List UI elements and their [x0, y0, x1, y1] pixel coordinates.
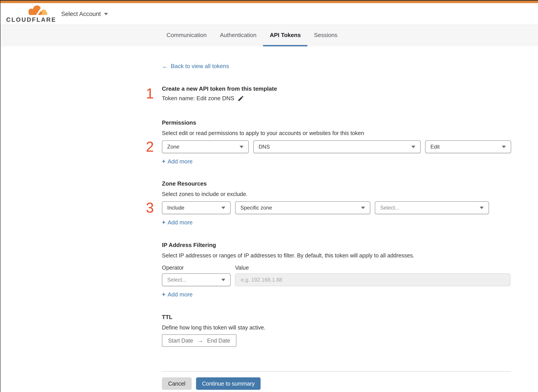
permission-access-select[interactable]: Edit	[425, 140, 511, 153]
tab-label: Sessions	[314, 32, 337, 39]
zone-resources-add-more-link[interactable]: + Add more	[162, 219, 193, 226]
tab-label: API Tokens	[270, 32, 301, 39]
continue-to-summary-button[interactable]: Continue to summary	[196, 377, 261, 390]
ip-filtering-section: IP Address Filtering Select IP addresses…	[162, 242, 511, 298]
select-placeholder: Select...	[167, 277, 187, 283]
tab-communication[interactable]: Communication	[160, 25, 213, 46]
start-date-label: Start Date	[168, 337, 193, 344]
step-number-2: 2	[146, 140, 154, 154]
window-left-edge	[0, 0, 0, 392]
tab-list: Communication Authentication API Tokens …	[160, 25, 344, 46]
chevron-down-icon	[239, 146, 243, 148]
add-more-label: Add more	[168, 219, 193, 226]
cloudflare-wordmark: CLOUDFLARE	[6, 16, 49, 23]
plus-icon: +	[162, 291, 165, 298]
step-number-1: 1	[146, 86, 154, 101]
back-to-tokens-link[interactable]: ← Back to view all tokens	[162, 63, 229, 70]
select-value: Specific zone	[240, 205, 272, 211]
ttl-date-range-picker[interactable]: Start Date → End Date	[162, 334, 236, 347]
app-header: CLOUDFLARE Select Account	[0, 3, 538, 25]
cancel-button[interactable]: Cancel	[162, 377, 192, 390]
zone-mode-select[interactable]: Include	[162, 201, 231, 214]
back-link-label: Back to view all tokens	[171, 63, 229, 70]
select-value: Include	[167, 205, 184, 211]
ttl-title: TTL	[162, 313, 511, 321]
end-date-label: End Date	[207, 337, 230, 344]
chevron-down-icon	[480, 207, 484, 209]
chevron-down-icon	[221, 207, 225, 209]
chevron-down-icon	[104, 13, 108, 15]
ttl-section: TTL Define how long this token will stay…	[162, 313, 511, 347]
token-template-section: 1 Create a new API token from this templ…	[162, 85, 511, 102]
chevron-down-icon	[411, 146, 415, 148]
permission-service-select[interactable]: DNS	[253, 140, 421, 153]
permission-scope-select[interactable]: Zone	[162, 140, 249, 153]
tab-sessions[interactable]: Sessions	[307, 25, 344, 46]
ip-value-input[interactable]	[235, 273, 510, 286]
main-content: ← Back to view all tokens 1 Create a new…	[0, 46, 538, 390]
zone-picker-select[interactable]: Select...	[375, 201, 489, 214]
tab-api-tokens[interactable]: API Tokens	[263, 25, 307, 46]
edit-pencil-icon[interactable]	[238, 95, 244, 102]
chevron-down-icon	[221, 279, 225, 281]
add-more-label: Add more	[168, 158, 193, 165]
ip-filtering-description: Select IP addresses or ranges of IP addr…	[162, 252, 511, 259]
cloudflare-logo[interactable]: CLOUDFLARE	[6, 5, 49, 23]
tab-bar: Communication Authentication API Tokens …	[0, 25, 538, 46]
cloudflare-cloud-icon	[24, 5, 49, 16]
window-top-edge	[0, 0, 538, 1]
ttl-description: Define how long this token will stay act…	[162, 324, 511, 331]
select-placeholder: Select...	[380, 205, 399, 211]
account-selector-label: Select Account	[61, 11, 101, 18]
step-number-3: 3	[146, 201, 154, 215]
token-name-text: Token name: Edit zone DNS	[162, 95, 234, 102]
add-more-label: Add more	[168, 291, 193, 298]
value-label: Value	[235, 265, 249, 271]
tab-authentication[interactable]: Authentication	[213, 25, 263, 46]
plus-icon: +	[162, 219, 165, 226]
chevron-down-icon	[361, 207, 365, 209]
template-section-title: Create a new API token from this templat…	[162, 85, 511, 92]
zone-type-select[interactable]: Specific zone	[235, 201, 370, 214]
permissions-description: Select edit or read permissions to apply…	[162, 130, 511, 136]
ip-filtering-title: IP Address Filtering	[162, 242, 511, 248]
select-value: Zone	[167, 144, 179, 150]
permissions-section: Permissions Select edit or read permissi…	[162, 119, 511, 165]
footer-actions: Cancel Continue to summary	[162, 377, 511, 390]
plus-icon: +	[162, 158, 165, 165]
permissions-title: Permissions	[162, 119, 511, 126]
chevron-down-icon	[502, 146, 506, 148]
select-value: Edit	[430, 144, 440, 150]
zone-resources-title: Zone Resources	[162, 180, 511, 187]
select-value: DNS	[259, 144, 270, 150]
ip-filtering-add-more-link[interactable]: + Add more	[162, 291, 193, 298]
back-arrow-icon: ←	[162, 63, 168, 69]
arrow-right-icon: →	[197, 337, 203, 344]
zone-resources-description: Select zones to include or exclude.	[162, 191, 511, 197]
operator-label: Operator	[162, 265, 235, 271]
ip-operator-select[interactable]: Select...	[162, 273, 231, 286]
permissions-add-more-link[interactable]: + Add more	[162, 158, 193, 165]
footer-divider	[162, 371, 511, 372]
zone-resources-section: Zone Resources Select zones to include o…	[162, 180, 511, 226]
tab-label: Authentication	[220, 32, 257, 39]
tab-label: Communication	[167, 32, 207, 39]
account-selector[interactable]: Select Account	[61, 3, 108, 25]
